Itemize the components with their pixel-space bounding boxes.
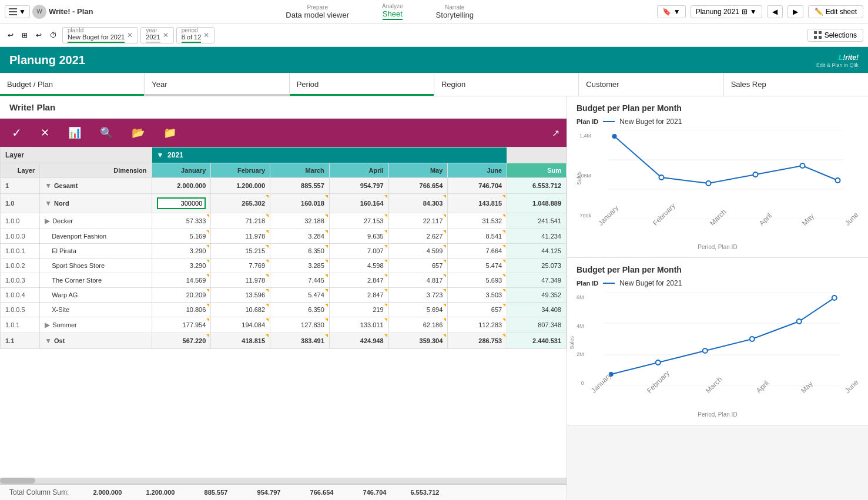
cell-layer: 1.0.0 [1, 213, 40, 229]
toolbar-cancel-button[interactable]: ✕ [36, 124, 54, 142]
cell-value: 5.474 [448, 259, 507, 273]
filter-chip-planid-close[interactable]: ✕ [127, 31, 133, 39]
dim-filter-salesrep[interactable]: Sales Rep [724, 73, 868, 96]
prev-sheet-button[interactable]: ◀ [767, 5, 783, 18]
nav-analyze-small: Analyze [382, 3, 403, 9]
cell-value: 22.117 [388, 213, 448, 229]
nav-narrate[interactable]: Narrate Storytelling [431, 2, 478, 22]
filter-chip-planid-value: New Buget for 2021 [68, 33, 125, 41]
filter-chip-period[interactable]: period 8 of 12 ✕ [176, 27, 215, 43]
toolbar-chart-button[interactable]: 📊 [63, 124, 86, 142]
menu-button[interactable]: ▼ [5, 5, 30, 18]
editable-cell-input[interactable] [157, 197, 206, 209]
h-scrollbar[interactable] [0, 478, 567, 484]
cell-sum: 807.348 [507, 317, 567, 333]
col-header-mar: March [270, 163, 330, 178]
cell-layer: 1.0.0.3 [1, 273, 40, 288]
filter-snap-button[interactable]: ⊞ [19, 30, 31, 41]
cell-value: 84.303 [388, 194, 448, 213]
toolbar-export-button[interactable]: ↗ [552, 127, 559, 139]
filter-chip-year[interactable]: year 2021 ✕ [140, 27, 173, 43]
toolbar-search-button[interactable]: 🔍 [95, 124, 118, 142]
cell-value: 567.220 [152, 333, 211, 349]
change-indicator [384, 195, 387, 198]
filter-history-button[interactable]: ⏱ [47, 30, 60, 41]
cell-value: 657 [448, 303, 507, 317]
cell-sum: 241.541 [507, 213, 567, 229]
filter-undo-button[interactable]: ↩ [33, 30, 45, 41]
dim-filter-budget[interactable]: Budget / Plan [0, 73, 145, 96]
y-label-1-0: 700k [579, 213, 591, 219]
table-row: 1.0.1▶Sommer177.954194.084127.830133.011… [1, 317, 567, 333]
cell-value: 2.627 [388, 229, 448, 244]
dim-filter-customer-label: Customer [586, 80, 619, 89]
footer-val-may: 766.654 [285, 489, 338, 496]
change-indicator [384, 230, 387, 233]
sheet-selector[interactable]: Planung 2021 ⊞ ▼ [691, 5, 762, 18]
page-header: Planung 2021 L!rite! Edit & Plan in Qlik [0, 47, 868, 73]
change-indicator [502, 318, 505, 321]
cell-value: 8.541 [448, 229, 507, 244]
cell-sum: 47.349 [507, 273, 567, 288]
filter-chip-period-value: 8 of 12 [182, 33, 202, 41]
table-toolbar: ✓ ✕ 📊 🔍 📂 📁 ↗ [0, 119, 567, 147]
change-indicator [325, 304, 328, 307]
cell-layer: 1.0.0.5 [1, 303, 40, 317]
change-indicator [502, 230, 505, 233]
filter-chip-year-wrapper: year 2021 [146, 27, 160, 43]
cell-value: 143.815 [448, 194, 507, 213]
cell-value: 885.557 [270, 178, 330, 194]
nav-analyze-main: Sheet [383, 9, 403, 20]
footer-val-feb: 1.200.000 [126, 489, 179, 496]
dim-filter-year[interactable]: Year [145, 73, 289, 96]
cell-value: 133.011 [329, 317, 388, 333]
cell-value: 11.978 [211, 273, 270, 288]
footer-values: 2.000.000 1.200.000 885.557 954.797 766.… [73, 489, 562, 496]
chart-legend-1: Plan ID New Buget for 2021 [577, 118, 859, 126]
filter-reset-button[interactable]: ↩ [5, 30, 16, 41]
change-indicator [443, 195, 446, 198]
nav-prepare[interactable]: Prepare Data model viewer [281, 2, 354, 22]
h-scrollbar-thumb[interactable] [0, 478, 35, 484]
cell-value[interactable] [152, 194, 211, 213]
svg-point-6 [706, 181, 711, 186]
cell-value: 4.598 [329, 259, 388, 273]
toolbar-folder-button[interactable]: 📁 [159, 124, 181, 142]
edit-sheet-button[interactable]: ✏️ Edit sheet [808, 5, 863, 18]
bookmark-button[interactable]: 🔖 ▼ [657, 5, 686, 18]
table-row: 1.0.0.5X-Site10.80610.6826.3502195.69465… [1, 303, 567, 317]
cell-dimension: ▼Nord [40, 194, 152, 213]
change-indicator [443, 289, 446, 292]
next-sheet-button[interactable]: ▶ [787, 5, 803, 18]
change-indicator [206, 245, 209, 248]
cell-layer: 1.1 [1, 333, 40, 349]
cell-value: 5.693 [448, 273, 507, 288]
change-indicator [325, 214, 328, 217]
dim-filter-customer[interactable]: Customer [579, 73, 723, 96]
chart-section-1: Budget per Plan per Month Plan ID New Bu… [567, 96, 868, 258]
filter-chip-year-close[interactable]: ✕ [163, 31, 169, 39]
change-indicator [443, 260, 446, 263]
chart-x-axis-label-2: Period, Plan ID [577, 411, 859, 418]
selections-button[interactable]: Selections [807, 29, 863, 42]
dim-filter-region[interactable]: Region [434, 73, 579, 96]
legend-new-budget-1: New Buget for 2021 [619, 118, 682, 126]
bookmark-arrow: ▼ [673, 8, 681, 16]
filter-chip-planid[interactable]: planId New Buget for 2021 ✕ [62, 27, 138, 43]
table-container[interactable]: Layer ▼ 2021 Layer Dimension January Feb… [0, 147, 567, 478]
cell-value: 20.209 [152, 288, 211, 303]
table-row: 1.0.0.1El Pirata3.29015.2156.3507.0074.5… [1, 244, 567, 259]
y-axis-label-1: Sales [576, 172, 582, 185]
svg-point-18 [796, 319, 801, 324]
toolbar-open-button[interactable]: 📂 [127, 124, 149, 142]
cell-value: 32.188 [270, 213, 330, 229]
nav-analyze[interactable]: Analyze Sheet [377, 1, 408, 22]
cell-dimension: ▶Sommer [40, 317, 152, 333]
change-indicator [384, 260, 387, 263]
cell-value: 4.817 [388, 273, 448, 288]
main-content: Write! Plan ✓ ✕ 📊 🔍 📂 📁 ↗ Layer [0, 96, 868, 500]
toolbar-confirm-button[interactable]: ✓ [7, 123, 26, 142]
filter-chip-period-close[interactable]: ✕ [203, 31, 209, 39]
footer-val-jan: 2.000.000 [73, 489, 126, 496]
dim-filter-period[interactable]: Period [290, 73, 434, 96]
